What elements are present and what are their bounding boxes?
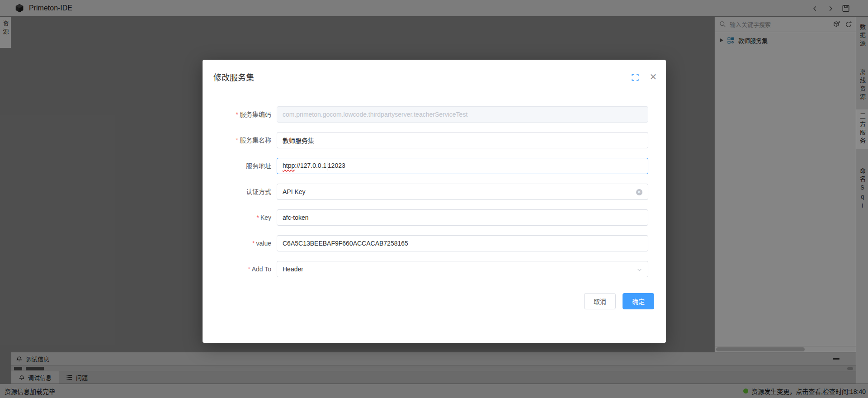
ide-screen: Primeton-IDE 资源 输入关键字搜索 bbox=[0, 0, 868, 398]
form-row-value: *value C6A5C13BEEBAF9F660ACCACAB7258165 bbox=[203, 235, 666, 251]
form-row-code: *服务集编码 com.primeton.gocom.lowcode.thirdp… bbox=[203, 106, 666, 123]
field-label-auth: 认证方式 bbox=[212, 184, 271, 200]
value-input[interactable]: C6A5C13BEEBAF9F660ACCACAB7258165 bbox=[277, 235, 648, 251]
field-label-name: *服务集名称 bbox=[212, 132, 271, 148]
auth-method-select[interactable]: API Key ✕ bbox=[277, 184, 648, 200]
close-icon[interactable]: ✕ bbox=[648, 71, 658, 82]
field-label-code: *服务集编码 bbox=[212, 106, 271, 123]
required-marker: * bbox=[236, 137, 238, 144]
field-label-add-to: *Add To bbox=[212, 261, 271, 277]
form-row-key: *Key afc-token bbox=[203, 209, 666, 226]
required-marker: * bbox=[248, 265, 250, 273]
edit-service-set-dialog: 修改服务集 ✕ *服务集编码 com.primeton.gocom.lowcod… bbox=[203, 60, 666, 343]
form-row-name: *服务集名称 教师服务集 bbox=[203, 132, 666, 148]
clear-icon[interactable]: ✕ bbox=[636, 189, 642, 195]
dialog-title: 修改服务集 bbox=[213, 71, 254, 84]
field-label-address: 服务地址 bbox=[212, 158, 271, 174]
field-label-value: *value bbox=[212, 235, 271, 251]
required-marker: * bbox=[236, 111, 238, 118]
chevron-down-icon[interactable] bbox=[637, 267, 642, 273]
required-marker: * bbox=[252, 240, 255, 247]
required-marker: * bbox=[256, 214, 259, 221]
key-input[interactable]: afc-token bbox=[277, 209, 648, 226]
ok-button[interactable]: 确定 bbox=[623, 293, 654, 309]
misspelled-text: htpp bbox=[283, 162, 295, 169]
service-address-input[interactable]: htpp://127.0.0.112023 bbox=[277, 158, 648, 174]
fullscreen-icon[interactable] bbox=[631, 73, 639, 81]
add-to-select[interactable]: Header bbox=[277, 261, 648, 277]
form-row-address: 服务地址 htpp://127.0.0.112023 bbox=[203, 158, 666, 174]
field-label-key: *Key bbox=[212, 209, 271, 226]
service-set-name-input[interactable]: 教师服务集 bbox=[277, 132, 648, 148]
cancel-button[interactable]: 取消 bbox=[584, 293, 616, 309]
form-row-auth: 认证方式 API Key ✕ bbox=[203, 184, 666, 200]
form-row-add-to: *Add To Header bbox=[203, 261, 666, 277]
service-set-code-input[interactable]: com.primeton.gocom.lowcode.thirdpartyser… bbox=[277, 106, 648, 123]
